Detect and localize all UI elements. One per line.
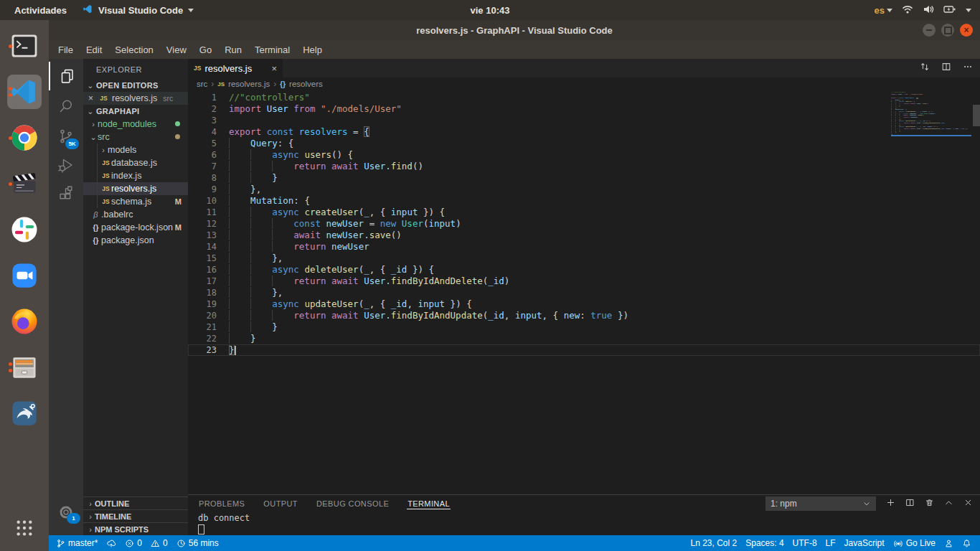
split-editor-icon[interactable]	[941, 62, 951, 75]
code-line-4[interactable]: 4export const resolvers = {	[188, 126, 980, 138]
app-menu-button[interactable]: Visual Studio Code	[83, 4, 194, 17]
code-line-9[interactable]: 9 },	[188, 184, 980, 195]
system-menu-chevron-icon[interactable]	[966, 9, 971, 12]
minimize-button[interactable]	[923, 24, 936, 37]
section-npm-scripts[interactable]: ›NPM SCRIPTS	[83, 522, 188, 535]
status-master-[interactable]: master*	[52, 535, 102, 551]
minimap[interactable]: //"controllers"import User from "./model…	[891, 92, 971, 136]
code-line-8[interactable]: 8 }	[188, 172, 980, 184]
activities-button[interactable]: Actividades	[14, 5, 67, 16]
code-line-18[interactable]: 18 },	[188, 287, 980, 298]
status-ln-23-col-2[interactable]: Ln 23, Col 2	[687, 535, 742, 551]
code-line-22[interactable]: 22 }	[188, 333, 980, 344]
dock-chrome[interactable]	[7, 121, 42, 155]
close-button[interactable]: ×	[960, 24, 973, 37]
tree-item--babelrc[interactable]: β.babelrc	[83, 208, 188, 221]
tree-item-index-js[interactable]: JSindex.js	[83, 169, 188, 182]
dock-vscode[interactable]	[7, 75, 42, 109]
activity-source-control[interactable]: 5K	[49, 122, 83, 151]
code-line-11[interactable]: 11 async createUser(_, { input }) {	[188, 207, 980, 218]
keyboard-layout-indicator[interactable]: es	[875, 5, 892, 16]
menu-view[interactable]: View	[160, 44, 193, 55]
tree-item-schema-js[interactable]: JSschema.jsM	[83, 195, 188, 208]
tree-item-node-modules[interactable]: ›node_modules	[83, 118, 188, 131]
close-icon[interactable]: ×	[88, 93, 95, 103]
scrollbar-thumb[interactable]	[973, 105, 980, 126]
new-terminal-icon[interactable]	[886, 497, 895, 510]
split-terminal-icon[interactable]	[905, 497, 915, 510]
status-utf-8[interactable]: UTF-8	[788, 535, 821, 551]
code-line-23[interactable]: 23}	[188, 344, 980, 356]
panel-tab-output[interactable]: OUTPUT	[263, 497, 298, 509]
activity-explorer[interactable]	[49, 62, 85, 90]
tree-item-resolvers-js[interactable]: JSresolvers.js	[83, 182, 188, 195]
section-timeline[interactable]: ›TIMELINE	[83, 509, 188, 522]
code-line-10[interactable]: 10 Mutation: {	[188, 195, 980, 207]
maximize-button[interactable]	[941, 24, 954, 37]
menu-terminal[interactable]: Terminal	[248, 44, 296, 55]
code-line-13[interactable]: 13 await newUser.save()	[188, 230, 980, 241]
tree-item-src[interactable]: ⌄src	[83, 131, 188, 143]
status-javascript[interactable]: JavaScript	[840, 535, 889, 551]
panel-tab-problems[interactable]: PROBLEMS	[198, 497, 245, 509]
title-bar[interactable]: resolvers.js - GraphAPI - Visual Studio …	[49, 20, 980, 40]
panel-tab-terminal[interactable]: TERMINAL	[407, 497, 451, 509]
code-editor[interactable]: 1//"controllers"2import User from "./mod…	[188, 90, 980, 495]
maximize-panel-icon[interactable]	[944, 497, 953, 510]
dock-terminal-app[interactable]	[7, 29, 42, 63]
status-0[interactable]: 0	[146, 535, 172, 551]
status-publish[interactable]	[102, 535, 121, 551]
code-line-15[interactable]: 15 },	[188, 253, 980, 264]
code-line-5[interactable]: 5 Query: {	[188, 138, 980, 149]
menu-edit[interactable]: Edit	[80, 44, 108, 55]
tree-item-models[interactable]: ›models	[83, 143, 188, 156]
dock-firefox[interactable]	[7, 304, 42, 339]
tree-item-package-json[interactable]: {}package.json	[83, 234, 188, 247]
menu-file[interactable]: File	[52, 44, 80, 55]
breadcrumb-item[interactable]: src	[197, 80, 207, 88]
open-editors-header[interactable]: ⌄ OPEN EDITORS	[83, 79, 188, 92]
status-lf[interactable]: LF	[821, 535, 840, 551]
tree-item-database-js[interactable]: JSdatabase.js	[83, 156, 188, 169]
panel-tab-debug-console[interactable]: DEBUG CONSOLE	[316, 497, 390, 509]
dock-mysql-workbench[interactable]	[7, 396, 42, 430]
breadcrumb-item[interactable]: resolvers	[289, 80, 323, 88]
code-line-6[interactable]: 6 async users() {	[188, 149, 980, 161]
code-line-16[interactable]: 16 async deleteUser(_, { _id }) {	[188, 264, 980, 276]
tab-resolvers-js[interactable]: JS resolvers.js ×	[188, 59, 283, 77]
open-changes-icon[interactable]	[920, 62, 930, 75]
dock-show-applications[interactable]	[7, 511, 42, 545]
menu-selection[interactable]: Selection	[108, 44, 159, 55]
dock-file-archiver[interactable]	[7, 350, 42, 385]
volume-icon[interactable]	[923, 4, 934, 17]
breadcrumb-item[interactable]: resolvers.js	[228, 80, 270, 88]
open-editor-item[interactable]: ×JSresolvers.jssrc	[83, 92, 188, 105]
more-actions-icon[interactable]	[963, 62, 973, 75]
code-line-3[interactable]: 3	[188, 115, 980, 126]
code-line-21[interactable]: 21 }	[188, 321, 980, 333]
editor-scrollbar[interactable]	[973, 90, 980, 495]
status-feedback[interactable]	[940, 535, 958, 551]
code-line-14[interactable]: 14 return newUser	[188, 241, 980, 253]
dock-zoom[interactable]	[7, 258, 42, 293]
code-line-12[interactable]: 12 const newUser = new User(input)	[188, 218, 980, 230]
activity-extensions[interactable]	[49, 179, 83, 208]
dock-slack[interactable]	[7, 212, 42, 247]
project-header[interactable]: ⌄ GRAPHAPI	[83, 105, 188, 118]
code-line-19[interactable]: 19 async updateUser(_, { _id, input }) {	[188, 298, 980, 310]
code-line-7[interactable]: 7 return await User.find()	[188, 161, 980, 172]
code-line-2[interactable]: 2import User from "./models/User"	[188, 103, 980, 115]
code-line-1[interactable]: 1//"controllers"	[188, 92, 980, 103]
menu-go[interactable]: Go	[193, 44, 218, 55]
tab-close-icon[interactable]: ×	[271, 63, 277, 74]
status-spaces-4[interactable]: Spaces: 4	[741, 535, 788, 551]
status-bell[interactable]	[958, 535, 976, 551]
menu-help[interactable]: Help	[296, 44, 329, 55]
kill-terminal-icon[interactable]	[925, 497, 934, 510]
dock-video-editor[interactable]	[7, 166, 42, 201]
activity-search[interactable]	[49, 92, 83, 121]
status-0[interactable]: 0	[121, 535, 146, 551]
menu-run[interactable]: Run	[218, 44, 248, 55]
terminal-output[interactable]: db connect	[188, 511, 980, 534]
terminal-selector[interactable]: 1: npm	[765, 496, 876, 511]
